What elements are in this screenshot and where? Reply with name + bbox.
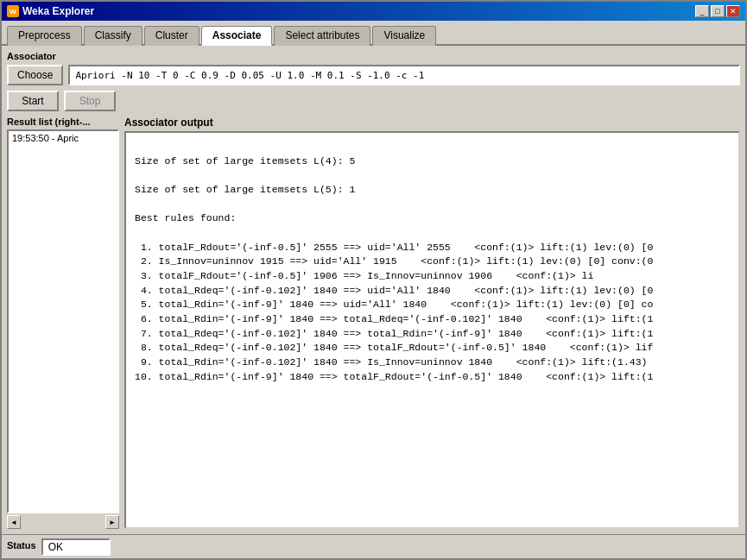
output-panel: Associator output Size of set of large i… [124, 116, 740, 529]
title-bar-left: W Weka Explorer [7, 5, 94, 17]
stop-button[interactable]: Stop [64, 91, 116, 111]
choose-row: Choose Apriori -N 10 -T 0 -C 0.9 -D 0.05… [7, 65, 740, 85]
title-buttons: _ □ ✕ [695, 5, 740, 17]
output-box: Size of set of large itemsets L(4): 5 Si… [124, 131, 740, 529]
main-content: Associator Choose Apriori -N 10 -T 0 -C … [2, 46, 745, 534]
status-bar: Status OK [2, 534, 745, 558]
scroll-left-btn[interactable]: ◄ [7, 515, 21, 529]
result-list-box[interactable]: 19:53:50 - Apric [7, 129, 119, 513]
choose-button[interactable]: Choose [7, 65, 63, 85]
tab-visualize[interactable]: Visualize [372, 26, 436, 46]
minimize-button[interactable]: _ [695, 5, 709, 17]
body-row: Result list (right-... 19:53:50 - Apric … [7, 116, 740, 529]
associator-section: Associator Choose Apriori -N 10 -T 0 -C … [7, 51, 740, 85]
output-content[interactable]: Size of set of large itemsets L(4): 5 Si… [126, 133, 738, 527]
tab-select-attributes[interactable]: Select attributes [274, 26, 370, 46]
output-text: Size of set of large itemsets L(4): 5 Si… [135, 140, 730, 384]
associator-label: Associator [7, 51, 740, 61]
result-list-panel: Result list (right-... 19:53:50 - Apric … [7, 116, 119, 529]
status-value: OK [41, 538, 111, 556]
close-button[interactable]: ✕ [726, 5, 740, 17]
tab-bar: Preprocess Classify Cluster Associate Se… [2, 21, 745, 46]
window-title: Weka Explorer [22, 5, 94, 17]
tab-associate[interactable]: Associate [201, 26, 273, 46]
scroll-right-btn[interactable]: ► [105, 515, 119, 529]
algorithm-text: Apriori -N 10 -T 0 -C 0.9 -D 0.05 -U 1.0… [68, 65, 740, 85]
app-icon: W [7, 5, 19, 17]
start-button[interactable]: Start [7, 91, 59, 111]
start-stop-row: Start Stop [7, 91, 740, 111]
result-list-label: Result list (right-... [7, 116, 119, 127]
title-bar: W Weka Explorer _ □ ✕ [2, 2, 745, 21]
tab-classify[interactable]: Classify [84, 26, 142, 46]
output-label: Associator output [124, 116, 740, 129]
result-item[interactable]: 19:53:50 - Apric [9, 131, 117, 145]
tab-preprocess[interactable]: Preprocess [7, 26, 82, 46]
result-list-scrollbar: ◄ ► [7, 515, 119, 529]
maximize-button[interactable]: □ [711, 5, 725, 17]
tab-cluster[interactable]: Cluster [144, 26, 199, 46]
status-label: Status [7, 540, 36, 551]
main-window: W Weka Explorer _ □ ✕ Preprocess Classif… [0, 0, 747, 560]
